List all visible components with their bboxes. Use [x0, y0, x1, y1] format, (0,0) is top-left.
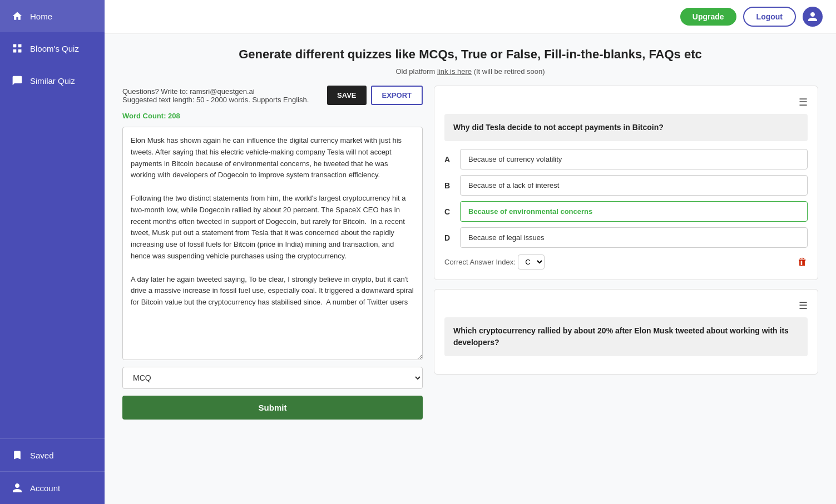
sidebar-item-blooms-quiz[interactable]: Bloom's Quiz: [0, 32, 105, 64]
sidebar-item-saved-label: Saved: [30, 451, 54, 460]
svg-rect-2: [18, 44, 22, 48]
sidebar-bottom: Saved Account: [0, 438, 105, 504]
option-label-c: C: [444, 207, 453, 216]
person-icon: [11, 482, 23, 494]
submit-button[interactable]: Submit: [122, 396, 423, 420]
contact-info: Questions? Write to: ramsri@questgen.ai: [122, 87, 309, 96]
sidebar: Home Bloom's Quiz Similar Quiz Saved Acc…: [0, 0, 105, 504]
info-bar: Questions? Write to: ramsri@questgen.ai …: [122, 86, 423, 105]
quiz-type-select[interactable]: MCQ True or False Fill-in-the-blanks FAQ…: [122, 367, 423, 389]
avatar[interactable]: [803, 7, 823, 27]
card-footer-1: Correct Answer Index: A B C D 🗑: [444, 255, 808, 270]
main-content: Upgrade Logout Generate different quizze…: [105, 0, 836, 504]
answer-option-1d: D: [444, 227, 808, 248]
action-buttons: SAVE EXPORT: [327, 86, 423, 105]
correct-answer-label-1: Correct Answer Index:: [444, 258, 516, 266]
old-platform-link[interactable]: link is here: [437, 67, 472, 76]
word-count: Word Count: 208: [122, 112, 423, 120]
upgrade-button[interactable]: Upgrade: [680, 8, 736, 26]
right-panel: ☰ Why did Tesla decide to not accept pay…: [434, 86, 818, 375]
svg-rect-0: [13, 44, 17, 48]
answer-option-1b: B: [444, 175, 808, 196]
text-input[interactable]: [122, 127, 423, 360]
option-input-1a[interactable]: [460, 149, 808, 169]
bookmark-icon: [11, 449, 23, 461]
content-row: Questions? Write to: ramsri@questgen.ai …: [122, 86, 818, 420]
header: Upgrade Logout: [105, 0, 836, 34]
sidebar-item-similar-label: Similar Quiz: [30, 76, 75, 86]
answer-option-1c: C: [444, 201, 808, 222]
card-menu-icon-1[interactable]: ☰: [799, 96, 808, 108]
correct-answer-select-1[interactable]: A B C D: [518, 255, 545, 270]
option-input-1c[interactable]: [460, 201, 808, 222]
logout-button[interactable]: Logout: [743, 7, 796, 27]
option-label-d: D: [444, 233, 453, 242]
save-button[interactable]: SAVE: [327, 86, 366, 105]
question-card-2: ☰ Which cryptocurrency rallied by about …: [434, 289, 818, 375]
option-label-b: B: [444, 181, 453, 190]
question-text-2: Which cryptocurrency rallied by about 20…: [444, 317, 808, 356]
page-title: Generate different quizzes like MCQs, Tr…: [122, 47, 818, 62]
option-input-1b[interactable]: [460, 175, 808, 196]
sidebar-item-similar-quiz[interactable]: Similar Quiz: [0, 64, 105, 97]
suggested-text: Suggested text length: 50 - 2000 words. …: [122, 96, 309, 104]
svg-rect-3: [18, 49, 22, 53]
export-button[interactable]: EXPORT: [371, 86, 423, 105]
sidebar-item-account[interactable]: Account: [0, 471, 105, 504]
answer-option-1a: A: [444, 149, 808, 169]
chat-icon: [11, 74, 23, 87]
card-menu-1: ☰: [444, 96, 808, 108]
left-panel: Questions? Write to: ramsri@questgen.ai …: [122, 86, 423, 420]
sidebar-item-blooms-label: Bloom's Quiz: [30, 44, 79, 53]
sidebar-item-account-label: Account: [30, 483, 60, 493]
sidebar-item-saved[interactable]: Saved: [0, 438, 105, 471]
question-text-1: Why did Tesla decide to not accept payme…: [444, 114, 808, 141]
option-input-1d[interactable]: [460, 227, 808, 248]
home-icon: [11, 10, 23, 22]
delete-icon-1[interactable]: 🗑: [798, 256, 808, 268]
question-card-1: ☰ Why did Tesla decide to not accept pay…: [434, 86, 818, 280]
card-menu-icon-2[interactable]: ☰: [799, 300, 808, 312]
old-platform-notice: Old platform link is here (It will be re…: [122, 67, 818, 76]
page-body: Generate different quizzes like MCQs, Tr…: [105, 34, 836, 504]
svg-rect-1: [13, 49, 17, 53]
sidebar-item-home-label: Home: [30, 12, 52, 21]
card-menu-2: ☰: [444, 300, 808, 312]
option-label-a: A: [444, 155, 453, 164]
sidebar-item-home[interactable]: Home: [0, 0, 105, 32]
quiz-icon: [11, 42, 23, 54]
